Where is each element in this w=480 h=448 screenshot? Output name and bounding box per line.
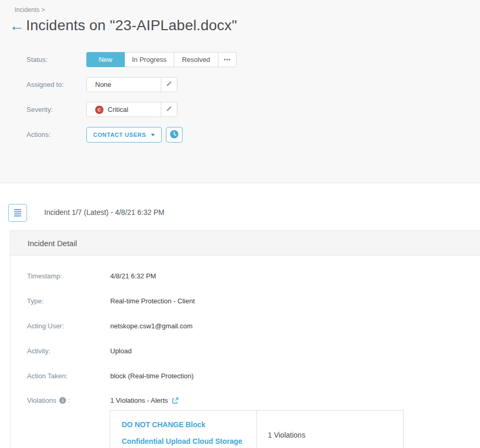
status-more-button[interactable]: ••• (218, 52, 237, 67)
status-option-resolved[interactable]: Resolved (174, 52, 218, 67)
contact-users-label: CONTACT USERS (93, 132, 146, 138)
page-title: Incidents on "23-AIPLabel.docx" (26, 17, 237, 34)
action-taken-label: Action Taken: (27, 372, 68, 380)
violations-colon: : (68, 396, 70, 404)
incident-list-button[interactable] (8, 204, 27, 222)
assigned-to-label: Assigned to: (27, 81, 64, 88)
severity-value-wrap: C Critical (87, 103, 161, 117)
incident-detail-section-title: Incident Detail (10, 231, 480, 255)
status-option-new[interactable]: New (86, 52, 125, 67)
type-label: Type: (27, 297, 44, 305)
violation-count-cell: 1 Violations (257, 411, 403, 448)
edit-assigned-button[interactable] (161, 78, 177, 92)
violations-label: Violations (27, 396, 56, 404)
summary-section: Incidents > ← Incidents on "23-AIPLabel.… (0, 0, 480, 183)
actions-label: Actions: (27, 131, 50, 138)
violations-value: 1 Violations - Alerts (110, 396, 168, 404)
violation-policy-link[interactable]: DO NOT CHANGE Block Confidential Upload … (122, 420, 242, 445)
activity-value: Upload (110, 347, 132, 355)
edit-severity-button[interactable] (161, 103, 177, 117)
action-taken-value: block (Real-time Protection) (110, 372, 193, 380)
pencil-icon (166, 106, 172, 113)
timestamp-value: 4/8/21 6:32 PM (110, 272, 156, 280)
status-label: Status: (27, 56, 47, 63)
incident-nav-current: Incident 1/7 (Latest) - 4/8/21 6:32 PM (44, 208, 164, 216)
incident-detail-page: Incidents > ← Incidents on "23-AIPLabel.… (0, 0, 480, 448)
back-arrow-icon[interactable]: ← (9, 17, 24, 34)
severity-value: Critical (108, 106, 128, 113)
history-button[interactable] (166, 127, 183, 143)
type-value: Real-time Protection - Client (110, 297, 195, 305)
chevron-down-icon (151, 134, 155, 136)
timestamp-label: Timestamp: (27, 272, 62, 280)
list-icon (14, 209, 21, 216)
assigned-to-field: None (86, 77, 177, 92)
violations-value-wrap: 1 Violations - Alerts (110, 396, 179, 404)
pencil-icon (166, 81, 172, 88)
status-option-in-progress[interactable]: In Progress (124, 52, 174, 67)
violations-label-wrap: Violations : (27, 396, 70, 404)
violations-table: DO NOT CHANGE Block Confidential Upload … (110, 410, 404, 448)
external-link-icon[interactable] (172, 397, 179, 404)
breadcrumb[interactable]: Incidents > (15, 6, 45, 14)
violation-policy-cell: DO NOT CHANGE Block Confidential Upload … (110, 411, 257, 448)
critical-severity-icon: C (95, 106, 103, 114)
assigned-to-value: None (87, 78, 161, 92)
acting-user-label: Acting User: (27, 322, 64, 330)
info-icon[interactable] (59, 397, 66, 404)
severity-label: Severity: (27, 106, 53, 113)
status-toggle: New In Progress Resolved ••• (86, 52, 237, 67)
contact-users-button[interactable]: CONTACT USERS (86, 127, 162, 143)
clock-icon (170, 130, 179, 140)
severity-field: C Critical (86, 102, 177, 117)
acting-user-value: netskope.csw1@gmail.com (110, 322, 192, 330)
activity-label: Activity: (27, 347, 50, 355)
